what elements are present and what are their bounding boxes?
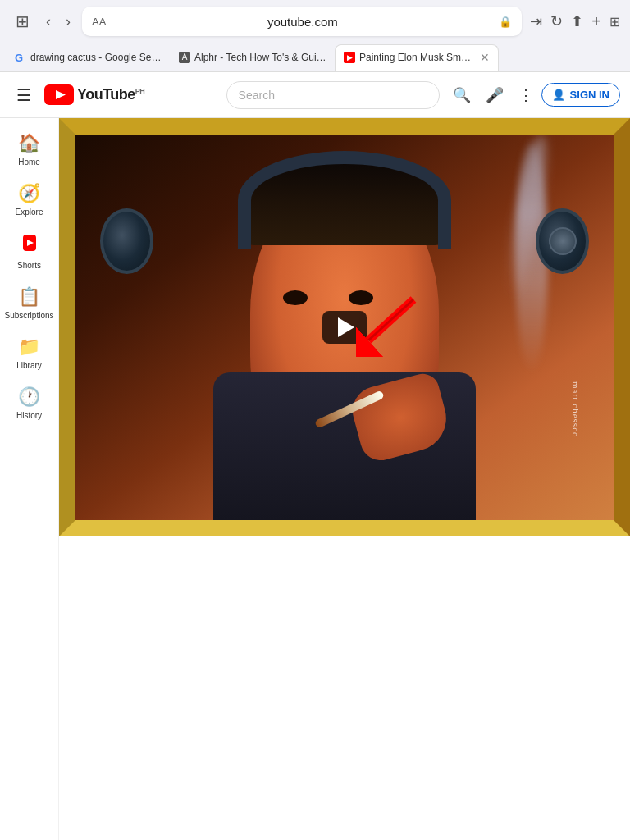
video-thumbnail: matt chessco: [59, 118, 630, 536]
play-icon: [338, 317, 354, 337]
youtube-body: 🏠 Home 🧭 Explore Shorts 📋 Subscriptions: [0, 118, 630, 840]
tab-close-button[interactable]: ✕: [480, 51, 490, 64]
google-favicon: G: [15, 52, 26, 63]
sidebar-item-subscriptions[interactable]: 📋 Subscriptions: [0, 278, 58, 328]
shorts-icon: [21, 233, 39, 258]
sidebar-item-history[interactable]: 🕐 History: [0, 378, 58, 428]
address-bar[interactable]: AA youtube.com 🔒: [82, 7, 522, 36]
sidebar-label-subscriptions: Subscriptions: [4, 311, 53, 320]
lock-icon: 🔒: [499, 16, 512, 28]
search-input[interactable]: [239, 89, 427, 102]
sidebar-item-shorts[interactable]: Shorts: [0, 225, 58, 278]
header-actions: 🔍 🎤 ⋮ 👤 SIGN IN: [446, 80, 620, 111]
tab-grid-button[interactable]: ⊞: [609, 14, 620, 30]
tab-view-button[interactable]: ⇥: [530, 12, 542, 30]
url-display: youtube.com: [112, 15, 492, 29]
youtube-logo-icon: [44, 84, 74, 105]
explore-icon: 🧭: [18, 183, 40, 204]
tab-google-search[interactable]: G drawing cactus - Google Search: [7, 44, 171, 71]
tab-title: drawing cactus - Google Search: [30, 52, 162, 63]
tab-title: Painting Elon Musk Smoking in...: [359, 52, 472, 63]
history-icon: 🕐: [18, 386, 40, 408]
back-button[interactable]: ‹: [43, 10, 54, 34]
font-size-control[interactable]: AA: [92, 16, 106, 28]
youtube-header: ☰ YouTubePH 🔍 🎤 ⋮ 👤 SIGN IN: [0, 72, 630, 118]
play-button[interactable]: [322, 311, 367, 344]
sidebar-label-history: History: [16, 411, 42, 420]
sidebar-label-library: Library: [16, 361, 42, 370]
sidebar-item-library[interactable]: 📁 Library: [0, 328, 58, 378]
youtube-main: matt chessco: [59, 118, 630, 840]
subscriptions-icon: 📋: [18, 286, 40, 308]
youtube-favicon: ▶: [344, 52, 355, 63]
microphone-button[interactable]: 🎤: [479, 80, 510, 111]
home-icon: 🏠: [18, 133, 40, 154]
youtube-app: ☰ YouTubePH 🔍 🎤 ⋮ 👤 SIGN IN: [0, 72, 630, 840]
sidebar-item-explore[interactable]: 🧭 Explore: [0, 175, 58, 225]
tab-title: Alphr - Tech How To's & Guides: [194, 52, 326, 63]
tab-youtube[interactable]: ▶ Painting Elon Musk Smoking in... ✕: [335, 44, 499, 71]
library-icon: 📁: [18, 336, 40, 358]
sign-in-label: SIGN IN: [570, 89, 609, 101]
reload-button[interactable]: ↻: [550, 12, 563, 30]
sidebar-label-explore: Explore: [16, 208, 43, 217]
sign-in-button[interactable]: 👤 SIGN IN: [541, 83, 620, 107]
share-button[interactable]: ⬆: [571, 12, 583, 30]
youtube-sidebar: 🏠 Home 🧭 Explore Shorts 📋 Subscriptions: [0, 118, 59, 840]
search-bar[interactable]: [226, 81, 440, 109]
browser-toolbar: ⊞ ‹ › AA youtube.com 🔒 ⇥ ↻ ⬆ + ⊞: [0, 0, 630, 43]
video-container: matt chessco: [59, 118, 630, 536]
forward-button[interactable]: ›: [62, 10, 74, 34]
sidebar-toggle-button[interactable]: ⊞: [10, 9, 34, 34]
youtube-logo: YouTubePH: [44, 84, 144, 105]
more-options-button[interactable]: ⋮: [512, 80, 540, 111]
menu-button[interactable]: ☰: [10, 79, 38, 112]
youtube-logo-text: YouTubePH: [77, 86, 144, 103]
account-icon: 👤: [552, 89, 565, 101]
tab-bar: G drawing cactus - Google Search A Alphr…: [0, 43, 630, 72]
sidebar-label-shorts: Shorts: [17, 261, 41, 270]
sidebar-item-home[interactable]: 🏠 Home: [0, 125, 58, 175]
sidebar-label-home: Home: [18, 158, 40, 167]
search-button[interactable]: 🔍: [446, 80, 477, 111]
alphr-favicon: A: [179, 52, 190, 63]
new-tab-button[interactable]: +: [591, 12, 601, 31]
browser-chrome: ⊞ ‹ › AA youtube.com 🔒 ⇥ ↻ ⬆ + ⊞ G drawi…: [0, 0, 630, 72]
tab-alphr[interactable]: A Alphr - Tech How To's & Guides: [171, 44, 335, 71]
